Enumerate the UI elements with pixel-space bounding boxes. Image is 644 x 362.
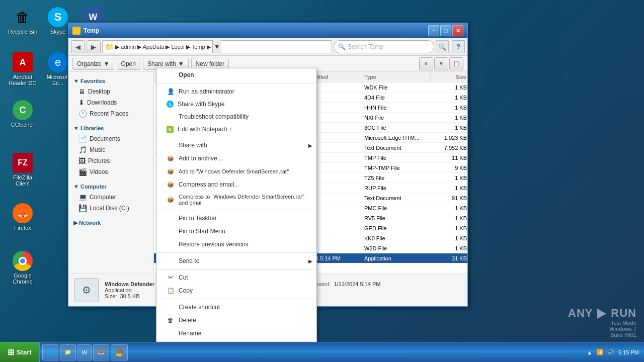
edge-icon: e (48, 52, 68, 72)
compress-icon: 📦 (167, 180, 175, 189)
file-cell-type: TMP-TMP File (360, 163, 431, 172)
restore-icon (167, 240, 175, 248)
ctx-sep5 (156, 269, 316, 269)
taskbar-item-firefox-task[interactable]: 🦊 (93, 344, 109, 360)
file-cell-size: 1 KB (431, 214, 467, 223)
desktop-icon-filezilla[interactable]: FZ FileZilla Client (5, 151, 40, 189)
desktop-icon-firefox[interactable]: 🦊 Firefox (5, 201, 40, 233)
close-button[interactable]: ✕ (452, 25, 463, 36)
ctx-rename[interactable]: Rename (156, 327, 316, 340)
minimize-button[interactable]: − (428, 25, 439, 36)
start-button[interactable]: ⊞ Start (0, 342, 40, 363)
ccleaner-icon: C (13, 100, 33, 120)
ctx-open[interactable]: Open (156, 68, 316, 81)
ctx-pin-start[interactable]: Pin to Start Menu (156, 225, 316, 238)
ctx-edit-notepad[interactable]: N Edit with Notepad++ (156, 123, 316, 135)
file-cell-type: W2D File (360, 244, 431, 253)
ctx-add-rar[interactable]: 📦 Add to "Windows Defender SmartScreen.r… (156, 165, 316, 178)
skype-ctx-icon: S (167, 101, 174, 108)
sidebar-item-pictures[interactable]: 🖼 Pictures (68, 155, 153, 166)
view-dropdown-button[interactable]: ▼ (434, 57, 448, 70)
forward-button[interactable]: ▶ (87, 40, 101, 53)
compress-rar-icon: 📦 (167, 196, 175, 204)
view-list-button[interactable]: ≡ (419, 57, 433, 70)
start-label: Start (17, 348, 32, 356)
desktop-icon-chrome[interactable]: Google Chrome (5, 249, 40, 287)
anyrun-mode: Test Mode (568, 320, 636, 326)
ctx-share-skype[interactable]: S Share with Skype (156, 98, 316, 110)
firefox-icon: 🦊 (13, 203, 33, 223)
ctx-restore-versions[interactable]: Restore previous versions (156, 238, 316, 251)
recent-places-icon: 🕐 (78, 110, 87, 118)
file-cell-type: Text Document (360, 143, 431, 152)
sidebar-item-desktop[interactable]: 🖥 Desktop (68, 86, 153, 97)
ctx-share-with[interactable]: Share with ▶ (156, 139, 316, 152)
sidebar-network-header[interactable]: ▶ Network (68, 218, 153, 228)
taskbar-item-ie[interactable]: 🌐 (42, 344, 58, 360)
ctx-copy[interactable]: 📋 Copy (156, 284, 316, 297)
anyrun-os: Windows 7 (568, 326, 636, 332)
file-cell-size: 1 KB (431, 83, 467, 92)
sidebar-computer-header[interactable]: ▼ Computer (68, 182, 153, 192)
share-with-label: Share with (147, 60, 176, 67)
address-bar[interactable]: 📁 ▶ admin ▶ AppData ▶ Local ▶ Temp ▶ ▼ (102, 40, 332, 53)
pin-taskbar-icon (167, 214, 175, 222)
sidebar-libraries-header[interactable]: ▼ Libraries (68, 123, 153, 133)
file-cell-size: 31 KB (431, 254, 467, 263)
ctx-run-admin[interactable]: 👤 Run as administrator (156, 85, 316, 98)
restore-button[interactable]: □ (440, 25, 451, 36)
search-box[interactable]: 🔍 Search Temp (334, 40, 434, 53)
folder-icon (72, 27, 80, 35)
anyrun-build: Build 7601 (568, 332, 636, 338)
file-cell-size: 1 KB (431, 173, 467, 183)
help-button[interactable]: ? (452, 40, 465, 53)
sidebar-item-documents[interactable]: 📄 Documents (68, 133, 153, 144)
chrome-icon (13, 251, 33, 271)
file-cell-size: 1 KB (431, 93, 467, 102)
open-label: Open (121, 60, 136, 67)
organize-button[interactable]: Organize ▼ (72, 58, 114, 70)
ctx-troubleshoot[interactable]: Troubleshoot compatibility (156, 110, 316, 123)
desktop-icon-acrobat[interactable]: A Acrobat Reader DC (5, 50, 40, 88)
taskbar-item-chrome-task[interactable] (111, 344, 128, 360)
ctx-cut[interactable]: ✂ Cut (156, 271, 316, 284)
open-button[interactable]: Open (117, 58, 140, 70)
file-cell-type: 4D4 File (360, 93, 431, 102)
search-button[interactable]: 🔍 (436, 40, 449, 53)
sidebar-item-recent-places[interactable]: 🕐 Recent Places (68, 108, 153, 119)
ctx-send-to[interactable]: Send to ▶ (156, 254, 316, 267)
taskbar-item-explorer[interactable]: 📁 (60, 344, 76, 360)
file-cell-size: 7,952 KB (431, 143, 467, 152)
desktop-icon-ccleaner[interactable]: C CCleaner (5, 98, 40, 130)
sidebar-item-computer[interactable]: 💻 Computer (68, 192, 153, 203)
ctx-compress-email[interactable]: 📦 Compress and email... (156, 178, 316, 191)
organize-label: Organize (77, 60, 102, 67)
address-dropdown-button[interactable]: ▼ (212, 40, 221, 53)
ctx-delete[interactable]: 🗑 Delete (156, 314, 316, 327)
desktop: 🗑 Recycle Bin S Skype W Microsoft Ed... … (0, 0, 644, 362)
back-button[interactable]: ◀ (71, 40, 85, 53)
sidebar-favorites-header[interactable]: ▼ Favorites (68, 76, 153, 86)
cut-icon: ✂ (167, 274, 175, 282)
file-cell-size: 11 KB (431, 153, 467, 162)
sidebar-item-videos[interactable]: 🎬 Videos (68, 166, 153, 177)
sidebar-item-local-disk[interactable]: 💾 Local Disk (C:) (68, 203, 153, 214)
address-path: ▶ admin ▶ AppData ▶ Local ▶ Temp ▶ (115, 44, 211, 50)
sidebar-item-music[interactable]: 🎵 Music (68, 144, 153, 155)
ctx-pin-taskbar[interactable]: Pin to Taskbar (156, 212, 316, 225)
ctx-sep1 (156, 83, 316, 83)
taskbar-item-word-task[interactable]: W (77, 344, 92, 360)
ctx-add-archive[interactable]: 📦 Add to archive... (156, 152, 316, 165)
context-menu: Open 👤 Run as administrator S Share with… (156, 68, 317, 357)
file-cell-type: RUP File (360, 184, 431, 193)
ctx-create-shortcut[interactable]: Create shortcut (156, 301, 316, 314)
ctx-compress-rar-email[interactable]: 📦 Compress to "Windows Defender SmartScr… (156, 191, 316, 208)
desktop-icon-recycle-bin[interactable]: 🗑 Recycle Bin (5, 5, 40, 37)
preview-pane-button[interactable]: 📋 (449, 57, 463, 70)
firefox-taskbar-icon: 🦊 (98, 349, 105, 355)
status-thumbnail: ⚙ (74, 278, 99, 302)
folder-taskbar-icon: 📁 (64, 349, 71, 355)
file-cell-type: WDK File (360, 83, 431, 92)
videos-nav-icon: 🎬 (78, 168, 87, 176)
sidebar-item-downloads[interactable]: ⬇ Downloads (68, 97, 153, 108)
